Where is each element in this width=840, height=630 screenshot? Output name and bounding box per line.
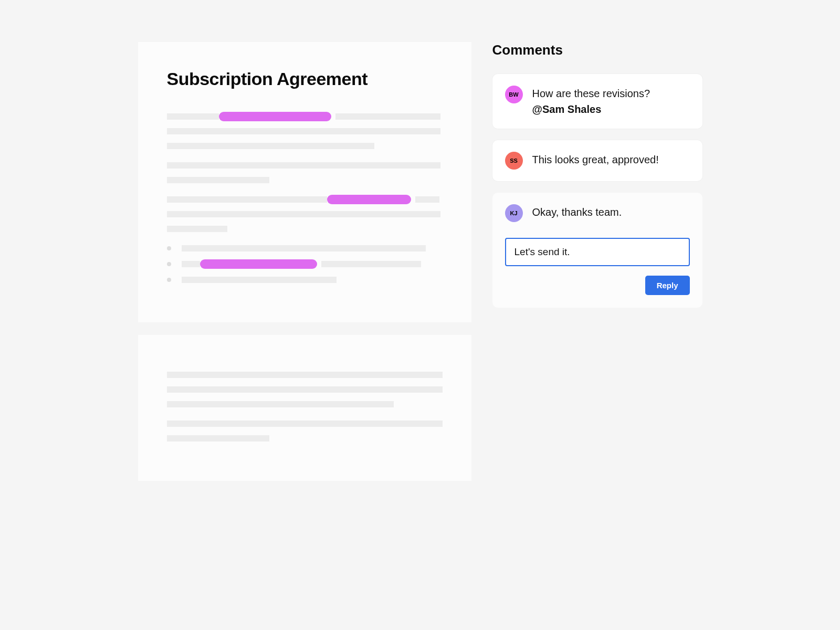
list-item	[167, 245, 443, 251]
paragraph	[167, 162, 443, 183]
comment-card[interactable]: SS This looks great, approved!	[492, 140, 702, 181]
mention[interactable]: @Sam Shales	[532, 103, 602, 115]
comment-text: This looks great, approved!	[532, 152, 659, 167]
document-title: Subscription Agreement	[167, 68, 443, 90]
comments-title: Comments	[492, 42, 702, 58]
paragraph	[167, 372, 443, 407]
document-page-2[interactable]	[138, 335, 471, 481]
highlight[interactable]	[200, 259, 317, 269]
paragraph	[167, 113, 443, 149]
avatar: SS	[505, 152, 523, 170]
bulleted-list	[167, 245, 443, 283]
highlight[interactable]	[219, 112, 331, 121]
comment-card[interactable]: BW How are these revisions? @Sam Shales	[492, 74, 702, 129]
comments-column: Comments BW How are these revisions? @Sa…	[492, 42, 702, 481]
bullet-icon	[167, 246, 171, 250]
reply-button[interactable]: Reply	[645, 276, 690, 295]
document-column: Subscription Agreement	[138, 42, 471, 481]
paragraph	[167, 196, 443, 232]
highlight[interactable]	[327, 195, 411, 204]
comment-text: How are these revisions? @Sam Shales	[532, 86, 650, 117]
list-item	[167, 261, 443, 267]
comment-text: Okay, thanks team.	[532, 204, 622, 220]
document-page-1[interactable]: Subscription Agreement	[138, 42, 471, 322]
reply-card: KJ Okay, thanks team. Reply	[492, 193, 702, 308]
avatar: BW	[505, 86, 523, 103]
reply-input[interactable]	[505, 238, 690, 266]
bullet-icon	[167, 262, 171, 266]
list-item	[167, 277, 443, 283]
bullet-icon	[167, 278, 171, 282]
avatar: KJ	[505, 204, 523, 222]
paragraph	[167, 421, 443, 442]
